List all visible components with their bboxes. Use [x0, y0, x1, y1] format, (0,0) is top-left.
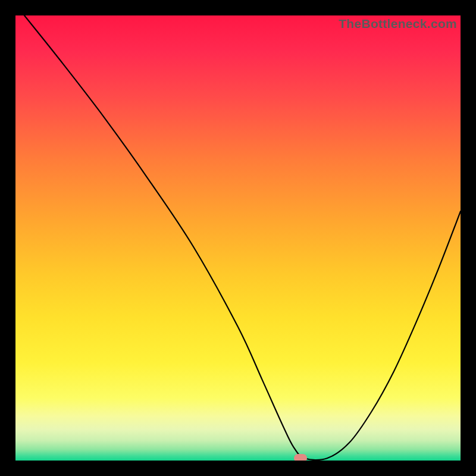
watermark-text: TheBottleneck.com — [339, 17, 457, 31]
plot-area: TheBottleneck.com — [15, 15, 461, 461]
chart-frame: TheBottleneck.com — [0, 0, 476, 476]
background-gradient — [15, 15, 461, 461]
optimum-marker — [294, 454, 307, 461]
